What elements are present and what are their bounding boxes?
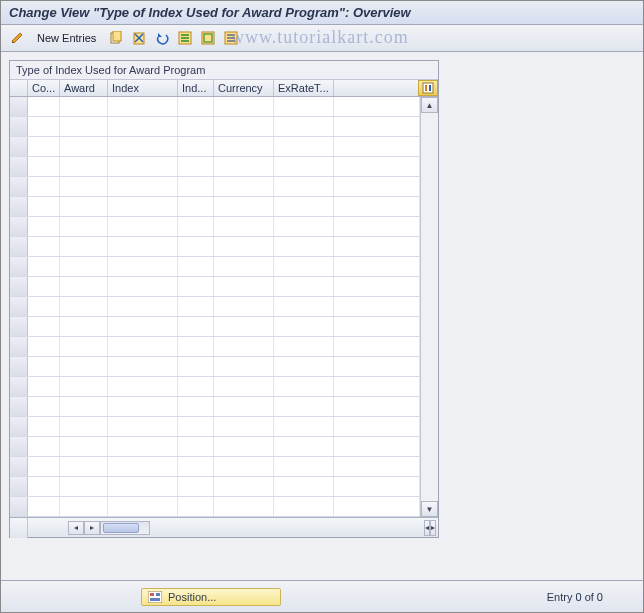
cell-index[interactable] xyxy=(108,417,178,436)
cell-co[interactable] xyxy=(28,457,60,476)
cell-index[interactable] xyxy=(108,437,178,456)
row-selector[interactable] xyxy=(10,197,28,216)
cell-co[interactable] xyxy=(28,197,60,216)
column-header-index[interactable]: Index xyxy=(108,80,178,96)
cell-ind[interactable] xyxy=(178,97,214,116)
cell-co[interactable] xyxy=(28,217,60,236)
cell-ind[interactable] xyxy=(178,477,214,496)
cell-co[interactable] xyxy=(28,377,60,396)
row-selector[interactable] xyxy=(10,397,28,416)
cell-award[interactable] xyxy=(60,357,108,376)
cell-currency[interactable] xyxy=(214,257,274,276)
row-selector[interactable] xyxy=(10,217,28,236)
column-header-currency[interactable]: Currency xyxy=(214,80,274,96)
cell-ind[interactable] xyxy=(178,497,214,516)
position-button[interactable]: Position... xyxy=(141,588,281,606)
cell-exratet[interactable] xyxy=(274,457,334,476)
cell-exratet[interactable] xyxy=(274,177,334,196)
cell-index[interactable] xyxy=(108,177,178,196)
cell-award[interactable] xyxy=(60,197,108,216)
cell-award[interactable] xyxy=(60,317,108,336)
cell-co[interactable] xyxy=(28,137,60,156)
row-selector[interactable] xyxy=(10,317,28,336)
deselect-all-icon[interactable] xyxy=(221,28,241,48)
cell-currency[interactable] xyxy=(214,217,274,236)
cell-ind[interactable] xyxy=(178,257,214,276)
cell-ind[interactable] xyxy=(178,417,214,436)
cell-index[interactable] xyxy=(108,297,178,316)
cell-award[interactable] xyxy=(60,377,108,396)
cell-award[interactable] xyxy=(60,337,108,356)
row-selector[interactable] xyxy=(10,137,28,156)
cell-index[interactable] xyxy=(108,317,178,336)
vertical-scrollbar[interactable]: ▲ ▼ xyxy=(420,97,438,517)
row-selector[interactable] xyxy=(10,117,28,136)
cell-currency[interactable] xyxy=(214,497,274,516)
cell-index[interactable] xyxy=(108,117,178,136)
cell-index[interactable] xyxy=(108,257,178,276)
horizontal-scroll-thumb[interactable] xyxy=(103,523,139,533)
cell-co[interactable] xyxy=(28,337,60,356)
cell-ind[interactable] xyxy=(178,337,214,356)
cell-exratet[interactable] xyxy=(274,257,334,276)
cell-currency[interactable] xyxy=(214,97,274,116)
cell-exratet[interactable] xyxy=(274,437,334,456)
cell-ind[interactable] xyxy=(178,277,214,296)
cell-currency[interactable] xyxy=(214,317,274,336)
cell-co[interactable] xyxy=(28,157,60,176)
copy-as-icon[interactable] xyxy=(106,28,126,48)
cell-index[interactable] xyxy=(108,377,178,396)
cell-ind[interactable] xyxy=(178,377,214,396)
cell-exratet[interactable] xyxy=(274,97,334,116)
row-selector[interactable] xyxy=(10,417,28,436)
cell-exratet[interactable] xyxy=(274,217,334,236)
cell-index[interactable] xyxy=(108,237,178,256)
cell-currency[interactable] xyxy=(214,197,274,216)
cell-exratet[interactable] xyxy=(274,137,334,156)
cell-co[interactable] xyxy=(28,297,60,316)
cell-co[interactable] xyxy=(28,417,60,436)
toggle-change-icon[interactable] xyxy=(7,28,27,48)
cell-ind[interactable] xyxy=(178,397,214,416)
cell-award[interactable] xyxy=(60,297,108,316)
cell-currency[interactable] xyxy=(214,177,274,196)
cell-award[interactable] xyxy=(60,177,108,196)
cell-award[interactable] xyxy=(60,157,108,176)
select-block-icon[interactable] xyxy=(198,28,218,48)
scroll-last-icon[interactable]: ▸ xyxy=(430,520,436,536)
cell-currency[interactable] xyxy=(214,337,274,356)
cell-index[interactable] xyxy=(108,337,178,356)
cell-currency[interactable] xyxy=(214,357,274,376)
cell-exratet[interactable] xyxy=(274,277,334,296)
scroll-left-icon[interactable]: ▸ xyxy=(84,521,100,535)
row-selector[interactable] xyxy=(10,257,28,276)
cell-exratet[interactable] xyxy=(274,377,334,396)
cell-index[interactable] xyxy=(108,217,178,236)
cell-exratet[interactable] xyxy=(274,117,334,136)
cell-index[interactable] xyxy=(108,157,178,176)
row-selector[interactable] xyxy=(10,477,28,496)
cell-co[interactable] xyxy=(28,357,60,376)
cell-currency[interactable] xyxy=(214,137,274,156)
cell-award[interactable] xyxy=(60,437,108,456)
cell-co[interactable] xyxy=(28,397,60,416)
row-selector[interactable] xyxy=(10,177,28,196)
cell-exratet[interactable] xyxy=(274,337,334,356)
delete-icon[interactable] xyxy=(129,28,149,48)
cell-index[interactable] xyxy=(108,97,178,116)
cell-exratet[interactable] xyxy=(274,297,334,316)
cell-index[interactable] xyxy=(108,397,178,416)
cell-currency[interactable] xyxy=(214,157,274,176)
cell-co[interactable] xyxy=(28,317,60,336)
cell-award[interactable] xyxy=(60,277,108,296)
cell-award[interactable] xyxy=(60,217,108,236)
cell-co[interactable] xyxy=(28,237,60,256)
cell-co[interactable] xyxy=(28,437,60,456)
row-selector[interactable] xyxy=(10,457,28,476)
new-entries-button[interactable]: New Entries xyxy=(30,29,103,47)
cell-ind[interactable] xyxy=(178,237,214,256)
scroll-track-vertical[interactable] xyxy=(421,113,438,501)
row-selector[interactable] xyxy=(10,337,28,356)
cell-award[interactable] xyxy=(60,257,108,276)
cell-co[interactable] xyxy=(28,177,60,196)
